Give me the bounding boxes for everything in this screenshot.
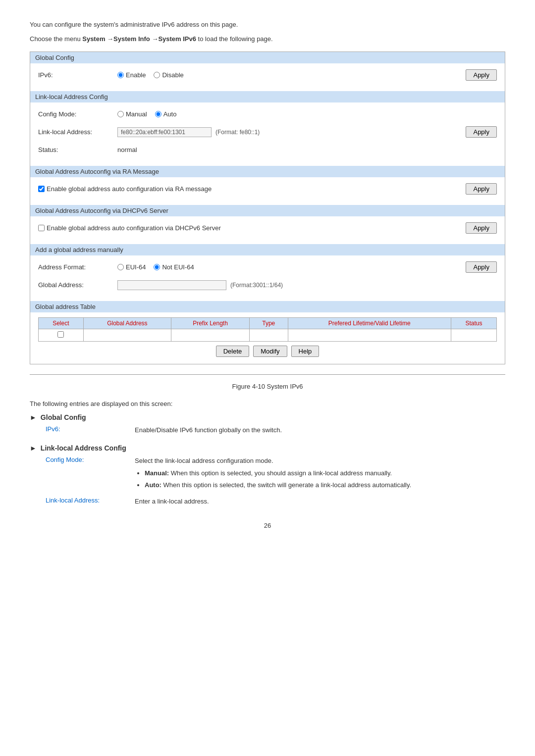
global-config-header: Global Config [30,52,505,63]
manual-global-apply-button[interactable]: Apply [466,261,497,273]
intro-choose-prefix: Choose the menu [30,35,82,43]
auto-option[interactable]: Auto [155,110,177,118]
intro-choose-suffix: to load the following page. [196,35,273,43]
arrow-icon-link-local: ► [30,444,37,452]
col-type: Type [250,317,288,329]
link-local-body: Config Mode: Manual Auto Link-local Addr… [30,102,505,166]
row-select-checkbox[interactable] [57,331,64,338]
eui64-option[interactable]: EUI-64 [117,263,146,271]
dhcpv6-header: Global Address Autoconfig via DHCPv6 Ser… [30,205,505,216]
status-value: normal [117,146,137,153]
entry-desc-ipv6: Enable/Disable IPv6 function globally on… [135,425,505,436]
row-status-cell [451,329,497,341]
address-table: Select Global Address Prefix Length Type… [38,317,497,342]
eui64-radio[interactable] [117,264,124,270]
row-global-address-cell [83,329,171,341]
ipv6-disable-option[interactable]: Disable [154,71,183,79]
ipv6-enable-option[interactable]: Enable [117,71,146,79]
bullet-manual-bold: Manual: [145,469,169,477]
entry-term-config-mode: Config Mode: [46,456,135,463]
ra-checkbox-option[interactable]: Enable global address auto configuration… [38,185,212,193]
entry-group-global-config: ► Global Config IPv6: Enable/Disable IPv… [30,413,505,436]
intro-line2: Choose the menu System →System Info →Sys… [30,34,505,45]
config-mode-row: Config Mode: Manual Auto [38,107,497,121]
manual-global-body: Address Format: EUI-64 Not EUI-64 Apply … [30,255,505,301]
intro-line1: You can configure the system's administr… [30,20,505,30]
global-addr-label: Global Address: [38,281,117,289]
ra-checkbox[interactable] [38,186,45,192]
not-eui64-option[interactable]: Not EUI-64 [154,263,194,271]
ra-message-apply-button[interactable]: Apply [466,183,497,195]
bullet-manual: Manual: When this option is selected, yo… [145,468,505,478]
config-mode-options: Manual Auto [117,110,497,118]
ipv6-options: Enable Disable [117,71,466,79]
help-button[interactable]: Help [291,346,320,357]
global-table-body: Select Global Address Prefix Length Type… [30,312,505,364]
description-section: The following entries are displayed on t… [30,400,505,507]
link-local-header: Link-local Address Config [30,91,505,102]
status-content: normal [117,146,497,153]
entry-title-link-local: Link-local Address Config [41,444,126,452]
entry-row-ipv6: IPv6: Enable/Disable IPv6 function globa… [46,425,505,436]
bullet-manual-text: When this option is selected, you should… [169,469,392,477]
row-select-cell [39,329,84,341]
row-prefix-length-cell [171,329,250,341]
link-local-apply-button[interactable]: Apply [466,126,497,138]
bullet-auto: Auto: When this option is selected, the … [145,480,505,490]
status-row: Status: normal [38,143,497,157]
row-lifetime-cell [288,329,451,341]
global-addr-input[interactable] [117,280,226,290]
link-local-addr-label: Link-local Address: [38,128,117,136]
entry-group-link-local-header: ► Link-local Address Config [30,444,505,452]
global-addr-content: (Format:3001::1/64) [117,280,497,290]
entry-title-global-config: Global Config [41,413,86,421]
ipv6-radio-group: Enable Disable [117,71,184,79]
description-intro: The following entries are displayed on t… [30,400,505,407]
config-mode-label: Config Mode: [38,110,117,118]
status-label: Status: [38,146,117,153]
col-select: Select [39,317,84,329]
config-mode-bullet-list: Manual: When this option is selected, yo… [135,468,505,490]
manual-global-header: Add a global address manually [30,244,505,255]
col-global-address: Global Address [83,317,171,329]
ra-message-header: Global Address Autoconfig via RA Message [30,166,505,177]
ipv6-enable-radio[interactable] [117,72,124,78]
auto-label: Auto [163,110,177,118]
addr-format-options: EUI-64 Not EUI-64 [117,263,466,271]
col-prefix-length: Prefix Length [171,317,250,329]
table-row [39,329,497,341]
modify-button[interactable]: Modify [253,346,287,357]
manual-radio[interactable] [117,111,124,117]
entry-body-global-config: IPv6: Enable/Disable IPv6 function globa… [30,425,505,436]
config-panel: Global Config IPv6: Enable Disable Apply [30,51,505,364]
manual-option[interactable]: Manual [117,110,147,118]
dhcpv6-body: Enable global address auto configuration… [30,216,505,244]
entry-desc-link-local-addr: Enter a link-local address. [135,497,505,507]
col-lifetime: Prefered Lifetime/Valid Lifetime [288,317,451,329]
global-config-apply-button[interactable]: Apply [466,69,497,81]
ra-checkbox-label: Enable global address auto configuration… [47,185,212,193]
eui64-label: EUI-64 [126,263,146,271]
global-config-body: IPv6: Enable Disable Apply [30,63,505,91]
link-local-addr-input[interactable] [117,127,212,137]
dhcpv6-checkbox-option[interactable]: Enable global address auto configuration… [38,224,221,232]
bullet-auto-text: When this option is selected, the switch… [161,481,411,489]
entry-group-link-local: ► Link-local Address Config Config Mode:… [30,444,505,507]
auto-radio[interactable] [155,111,161,117]
not-eui64-radio[interactable] [154,264,160,270]
entry-term-ipv6: IPv6: [46,425,135,433]
delete-button[interactable]: Delete [216,346,250,357]
dhcpv6-checkbox-row: Enable global address auto configuration… [38,221,497,235]
dhcpv6-checkbox[interactable] [38,225,45,231]
dhcpv6-apply-button[interactable]: Apply [466,222,497,234]
ra-message-body: Enable global address auto configuration… [30,177,505,205]
config-mode-desc-text: Select the link-local address configurat… [135,457,273,464]
ipv6-disable-label: Disable [162,71,183,79]
addr-format-row: Address Format: EUI-64 Not EUI-64 Apply [38,260,497,274]
ipv6-enable-label: Enable [126,71,146,79]
entry-term-link-local-addr: Link-local Address: [46,497,135,504]
table-header-row: Select Global Address Prefix Length Type… [39,317,497,329]
ipv6-disable-radio[interactable] [154,72,160,78]
row-type-cell [250,329,288,341]
ipv6-label: IPv6: [38,71,117,79]
